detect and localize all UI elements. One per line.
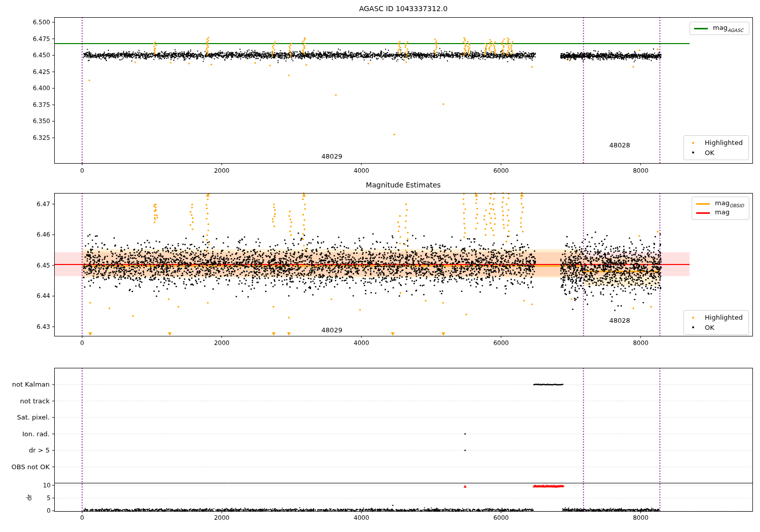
legend-entry-ok: OK [688, 323, 744, 333]
legend-label: mag [715, 208, 730, 217]
figure: 6.5006.4756.4506.4256.4006.3756.3506.325… [0, 0, 760, 532]
legend-label: magOBSID [715, 199, 744, 208]
red-line-swatch [696, 212, 710, 214]
legend-label: Highlighted [705, 139, 743, 146]
orange-line-swatch [696, 203, 710, 205]
legend-scatter-plot1: Highlighted OK [683, 135, 749, 160]
black-dot-marker [692, 326, 694, 328]
legend-entry-highlighted: Highlighted [688, 313, 744, 323]
legend-entry-ok: OK [688, 148, 744, 158]
legend-entry-mag: mag [696, 208, 745, 217]
legend-mag-agasc: magAGASC [690, 22, 749, 35]
plot1-title: AGASC ID 1043337312.0 [226, 5, 581, 13]
chart-canvas [0, 0, 760, 532]
legend-label: magAGASC [713, 24, 743, 33]
legend-label: OK [705, 324, 714, 331]
legend-scatter-plot2: Highlighted OK [683, 310, 749, 335]
legend-entry-highlighted: Highlighted [688, 138, 744, 148]
legend-label: Highlighted [705, 314, 743, 321]
black-dot-marker [692, 151, 694, 154]
legend-entry-mag-obsid: magOBSID [696, 199, 745, 208]
orange-dot-marker [692, 142, 694, 144]
green-line-swatch [694, 28, 708, 29]
legend-entry-mag-agasc: magAGASC [694, 24, 745, 33]
legend-mag-obsid: magOBSID mag [692, 197, 749, 220]
plot2-title: Magnitude Estimates [226, 181, 581, 189]
orange-dot-marker [692, 317, 694, 319]
legend-label: OK [705, 149, 714, 157]
